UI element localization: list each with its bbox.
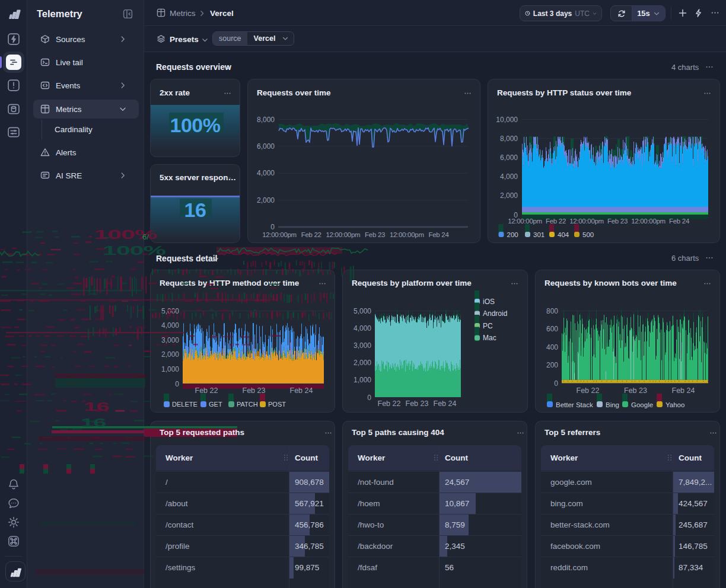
svg-text:Mac: Mac (483, 334, 496, 342)
svg-text:Android: Android (483, 309, 507, 318)
svg-text:1,000: 1,000 (354, 376, 371, 384)
svg-text:2,000: 2,000 (354, 359, 371, 367)
svg-text:0: 0 (554, 379, 558, 388)
svg-text:2,000: 2,000 (161, 350, 179, 359)
svg-text:12:00:00pm: 12:00:00pm (326, 231, 361, 238)
svg-text:4,000: 4,000 (257, 169, 275, 177)
svg-text:8,000: 8,000 (500, 135, 518, 143)
svg-text:500: 500 (582, 231, 594, 238)
svg-text:0: 0 (270, 223, 275, 231)
svg-text:2,000: 2,000 (500, 191, 518, 200)
svg-text:400: 400 (546, 343, 558, 351)
svg-text:Feb 24: Feb 24 (672, 386, 695, 395)
svg-text:3,000: 3,000 (161, 336, 179, 344)
svg-text:Feb 22: Feb 22 (301, 231, 321, 238)
svg-text:12:00:00pm: 12:00:00pm (569, 218, 604, 225)
svg-text:4,000: 4,000 (161, 321, 179, 330)
svg-text:Feb 24: Feb 24 (290, 386, 313, 395)
svg-text:6,000: 6,000 (257, 142, 275, 151)
svg-text:5,000: 5,000 (354, 307, 371, 315)
svg-text:PC: PC (483, 322, 493, 330)
svg-text:Feb 24: Feb 24 (669, 218, 690, 225)
svg-text:6,000: 6,000 (500, 154, 518, 162)
svg-text:Feb 23: Feb 23 (624, 386, 647, 395)
svg-text:12:00:00pm: 12:00:00pm (390, 231, 424, 238)
svg-text:5,000: 5,000 (161, 307, 179, 315)
svg-text:8,000: 8,000 (257, 116, 275, 124)
svg-text:200: 200 (546, 361, 558, 369)
svg-text:Feb 22: Feb 22 (546, 218, 566, 225)
svg-text:1,000: 1,000 (161, 365, 179, 373)
svg-text:Bing: Bing (606, 401, 619, 408)
svg-text:3,000: 3,000 (354, 341, 371, 350)
svg-text:Google: Google (631, 401, 653, 408)
svg-text:iOS: iOS (483, 298, 495, 306)
svg-text:10,000: 10,000 (496, 116, 518, 124)
svg-text:12:00:00pm: 12:00:00pm (262, 231, 297, 238)
svg-text:12:00:00pm: 12:00:00pm (631, 218, 666, 225)
svg-text:800: 800 (546, 307, 558, 315)
svg-text:600: 600 (546, 325, 558, 333)
svg-text:GET: GET (209, 401, 222, 408)
svg-text:Feb 23: Feb 23 (406, 400, 429, 408)
svg-text:4,000: 4,000 (500, 172, 518, 181)
svg-text:Better Stack: Better Stack (556, 401, 593, 408)
svg-text:301: 301 (533, 231, 544, 238)
svg-text:Yahoo: Yahoo (666, 401, 684, 408)
svg-text:0: 0 (367, 394, 371, 402)
svg-text:4,000: 4,000 (354, 324, 371, 333)
svg-text:0: 0 (175, 380, 179, 388)
svg-text:2,000: 2,000 (257, 196, 275, 204)
svg-text:Feb 23: Feb 23 (243, 386, 266, 395)
svg-text:12:00:00pm: 12:00:00pm (508, 218, 542, 225)
svg-text:Feb 22: Feb 22 (577, 386, 600, 395)
svg-text:Feb 23: Feb 23 (607, 218, 628, 225)
svg-text:Feb 22: Feb 22 (378, 400, 401, 408)
svg-text:Feb 22: Feb 22 (195, 386, 218, 395)
svg-text:PATCH: PATCH (237, 401, 258, 408)
svg-text:Feb 23: Feb 23 (365, 231, 385, 238)
svg-text:404: 404 (558, 231, 569, 238)
svg-text:DELETE: DELETE (172, 401, 198, 408)
svg-text:Feb 24: Feb 24 (428, 231, 449, 238)
svg-text:Feb 24: Feb 24 (434, 400, 457, 408)
svg-text:200: 200 (507, 231, 518, 238)
svg-text:POST: POST (268, 401, 286, 408)
